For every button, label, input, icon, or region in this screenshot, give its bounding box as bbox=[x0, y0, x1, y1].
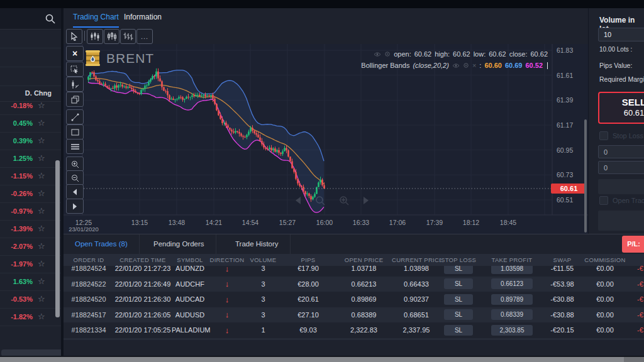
daily-change-value: -0.97% bbox=[0, 207, 33, 215]
scroll-left-icon[interactable] bbox=[66, 184, 84, 199]
take-profit-button[interactable]: 2,303.85 bbox=[491, 325, 533, 336]
volume-input[interactable] bbox=[598, 28, 644, 41]
market-watch-row[interactable]: -0.97%☆ bbox=[0, 203, 61, 221]
sidebar-scrollbar[interactable] bbox=[55, 160, 60, 317]
market-watch-row[interactable]: -2.07%☆ bbox=[0, 238, 61, 256]
stop-loss-input[interactable]: 0 bbox=[598, 145, 644, 158]
market-watch-row[interactable]: 1.63%☆ bbox=[0, 273, 61, 291]
column-header: CREATED TIME bbox=[114, 256, 172, 263]
favorite-star-icon[interactable]: ☆ bbox=[38, 259, 45, 268]
stop-loss-button[interactable]: SL bbox=[444, 325, 473, 336]
tab-trading-chart[interactable]: Trading Chart bbox=[73, 8, 119, 28]
stop-loss-button[interactable]: SL bbox=[444, 278, 473, 289]
market-watch-row[interactable]: -0.26%☆ bbox=[0, 185, 61, 203]
favorite-star-icon[interactable]: ☆ bbox=[38, 224, 45, 233]
chart-settings-icon[interactable] bbox=[66, 77, 84, 92]
eye-icon[interactable] bbox=[374, 52, 381, 57]
zoom-out-icon[interactable] bbox=[66, 170, 84, 185]
favorite-star-icon[interactable]: ☆ bbox=[38, 118, 45, 128]
eye-icon[interactable] bbox=[452, 63, 460, 69]
time-tick-label: 15:27 bbox=[274, 219, 301, 226]
favorite-star-icon[interactable]: ☆ bbox=[38, 101, 45, 110]
open-trade-when-checkbox[interactable] bbox=[599, 196, 608, 205]
candlestick-chart[interactable] bbox=[64, 44, 588, 234]
daily-change-value: 0.45% bbox=[0, 119, 33, 127]
take-profit-button[interactable]: 0.89789 bbox=[491, 294, 533, 305]
take-profit-button[interactable]: 1.03598 bbox=[491, 266, 533, 274]
trade-row[interactable]: #1882452222/01/20 21:26:49AUDCHF↓3€28.00… bbox=[64, 277, 644, 292]
tab-pending-orders[interactable]: Pending Orders bbox=[142, 234, 216, 254]
settings-icon[interactable] bbox=[384, 51, 391, 57]
stop-loss-button[interactable]: SL bbox=[444, 294, 473, 305]
symbol: AUDCAD bbox=[172, 295, 208, 303]
stop-loss-button[interactable]: SL bbox=[444, 309, 473, 320]
daily-change-value: 1.25% bbox=[0, 155, 33, 162]
column-header: SWAP bbox=[548, 256, 577, 263]
tab-information[interactable]: Information bbox=[124, 8, 162, 26]
market-watch-row[interactable]: -1.39%☆ bbox=[0, 221, 61, 238]
favorite-star-icon[interactable]: ☆ bbox=[38, 171, 45, 180]
daily-change-value: -1.39% bbox=[0, 225, 33, 233]
market-watch-row[interactable]: 0.45%☆ bbox=[0, 115, 61, 133]
search-icon[interactable] bbox=[45, 13, 56, 25]
trade-row[interactable]: #1882451722/01/20 21:26:05AUDUSD↓3€27.10… bbox=[64, 307, 644, 323]
trades-table: #1882452422/01/20 21:27:23AUDNZD↓3€17.90… bbox=[64, 266, 644, 340]
select-tool-icon[interactable] bbox=[66, 62, 84, 77]
favorite-star-icon[interactable]: ☆ bbox=[38, 189, 45, 198]
time-tick-label: 14:21 bbox=[200, 219, 228, 226]
chart-type-hollow-candles-icon[interactable] bbox=[104, 29, 119, 44]
sidebar-header bbox=[0, 8, 61, 30]
trend-line-icon[interactable] bbox=[66, 109, 84, 124]
chart-area[interactable]: × bbox=[64, 44, 588, 234]
take-profit-button[interactable]: 0.66123 bbox=[491, 278, 533, 289]
tab-open-trades[interactable]: Open Trades (8) bbox=[64, 234, 140, 254]
trade-row[interactable]: #1882133422/01/20 17:05:25PALLADIUM↓1€9.… bbox=[64, 322, 644, 338]
tab-trade-history[interactable]: Trade History bbox=[224, 234, 291, 254]
favorite-star-icon[interactable]: ☆ bbox=[38, 294, 45, 304]
favorite-star-icon[interactable]: ☆ bbox=[38, 206, 45, 216]
trade-row[interactable]: #1882452422/01/20 21:27:23AUDNZD↓3€17.90… bbox=[64, 266, 644, 277]
market-watch-row[interactable]: -0.18%☆ bbox=[0, 101, 61, 115]
trade-row[interactable]: #1846415513/01/20 18:40:23USDCHF↑0.04€0.… bbox=[64, 338, 644, 341]
settings-icon[interactable] bbox=[463, 62, 469, 69]
chart-type-bars-icon[interactable] bbox=[120, 29, 136, 44]
take-profit-input[interactable]: 0 bbox=[598, 161, 644, 174]
favorite-star-icon[interactable]: ☆ bbox=[38, 153, 45, 163]
chart-type-candles-icon[interactable] bbox=[87, 29, 103, 44]
bottom-scrollbar[interactable] bbox=[0, 357, 644, 362]
stop-loss-checkbox[interactable] bbox=[599, 131, 608, 140]
market-watch-row[interactable]: -1.15%☆ bbox=[0, 168, 61, 185]
copy-icon[interactable] bbox=[66, 92, 84, 107]
order-panel-scrollbar[interactable] bbox=[584, 119, 587, 233]
open-price: 0.89869 bbox=[336, 295, 392, 303]
horizontal-lines-icon[interactable] bbox=[66, 139, 84, 154]
zoom-in-icon[interactable] bbox=[66, 156, 84, 172]
close-drawing-button[interactable]: × bbox=[66, 46, 84, 61]
scroll-right-icon[interactable] bbox=[66, 199, 84, 214]
favorite-star-icon[interactable]: ☆ bbox=[38, 277, 45, 286]
commission: €0.00 bbox=[577, 295, 633, 303]
favorite-star-icon[interactable]: ☆ bbox=[38, 136, 45, 145]
commission: €0.00 bbox=[577, 311, 633, 319]
sell-button[interactable]: SELL 60.61 bbox=[598, 92, 644, 124]
pointer-tool-button[interactable] bbox=[66, 29, 82, 44]
market-watch-row[interactable]: 0.39%☆ bbox=[0, 133, 61, 150]
favorite-star-icon[interactable]: ☆ bbox=[38, 312, 45, 321]
market-watch-row[interactable]: -1.82%☆ bbox=[0, 309, 61, 326]
stop-loss-button[interactable]: SL bbox=[444, 266, 473, 274]
daily-change-value: -0.53% bbox=[0, 295, 33, 303]
favorite-star-icon[interactable]: ☆ bbox=[38, 241, 45, 251]
market-watch-row[interactable]: -0.53%☆ bbox=[0, 291, 61, 309]
pips: €9.03 bbox=[280, 326, 336, 334]
indicator-legend-row: Bollinger Bands (close,20,2) × : 60.60 6… bbox=[361, 60, 548, 71]
remove-indicator-icon[interactable]: × bbox=[472, 60, 476, 71]
required-margin-label: Required Margin bbox=[599, 75, 644, 83]
sidebar-row-clipped bbox=[0, 48, 61, 67]
market-watch-row[interactable]: 1.25%☆ bbox=[0, 150, 61, 168]
rectangle-tool-icon[interactable] bbox=[66, 124, 84, 140]
market-watch-row[interactable]: -1.97%☆ bbox=[0, 256, 61, 273]
take-profit-button[interactable]: 0.68339 bbox=[491, 309, 533, 320]
more-tools-button[interactable]: ... bbox=[136, 29, 153, 44]
trade-row[interactable]: #1882452022/01/20 21:26:30AUDCAD↓3€20.61… bbox=[64, 292, 644, 307]
time-tick-label: 17:06 bbox=[384, 219, 411, 226]
